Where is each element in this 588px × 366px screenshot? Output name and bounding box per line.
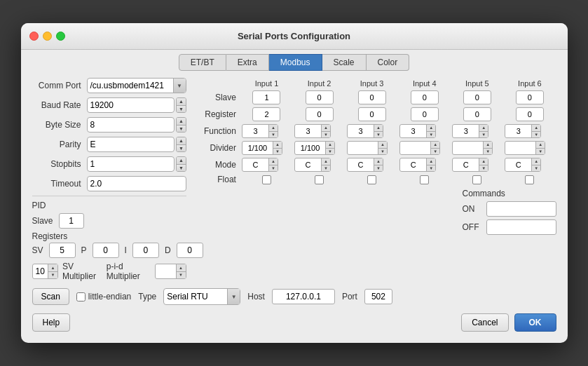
divider-select-1[interactable]: 1/100 ▲ ▼	[242, 141, 282, 155]
host-input[interactable]	[272, 289, 335, 304]
mode-select-6[interactable]: C ▲ ▼	[505, 158, 541, 172]
divider-select-5[interactable]: ▲ ▼	[452, 141, 493, 155]
little-endian-checkbox[interactable]	[76, 292, 86, 301]
function-select-5[interactable]: 3 ▲ ▼	[452, 124, 488, 138]
float-checkbox-5[interactable]	[472, 175, 481, 184]
p-input[interactable]	[93, 243, 119, 258]
function-select-4[interactable]: 3 ▲ ▼	[399, 124, 436, 138]
minimize-button[interactable]	[43, 32, 52, 41]
baud-rate-down[interactable]: ▼	[177, 106, 185, 113]
traffic-lights	[29, 32, 65, 41]
baud-rate-stepper[interactable]: ▲ ▼	[176, 97, 186, 113]
mode-row: Mode C ▲ ▼	[195, 156, 556, 173]
parity-up[interactable]: ▲	[177, 137, 185, 145]
byte-size-stepper[interactable]: ▲ ▼	[176, 117, 186, 133]
ok-button[interactable]: OK	[514, 313, 556, 332]
function-stepper-2: ▲ ▼	[321, 125, 330, 137]
mode-stepper-2: ▲ ▼	[321, 158, 330, 171]
slave-input-2[interactable]	[306, 90, 334, 104]
function-select-3[interactable]: 3 ▲ ▼	[347, 124, 383, 138]
command-off-row: OFF	[463, 219, 556, 235]
footer: Help Cancel OK	[32, 308, 556, 334]
scan-button[interactable]: Scan	[32, 288, 69, 305]
float-checkbox-6[interactable]	[525, 175, 534, 184]
sv-multiplier-label: SV Multiplier	[62, 262, 102, 281]
divider-select-6[interactable]: ▲ ▼	[505, 141, 545, 155]
divider-select-2[interactable]: 1/100 ▲ ▼	[294, 141, 335, 155]
slave-input-5[interactable]	[463, 90, 491, 104]
baud-rate-up[interactable]: ▲	[177, 98, 185, 106]
divider-select-3[interactable]: ▲ ▼	[347, 141, 388, 155]
tab-scale[interactable]: Scale	[322, 54, 367, 71]
float-checkbox-4[interactable]	[420, 175, 429, 184]
mode-select-4[interactable]: C ▲ ▼	[399, 158, 436, 172]
type-select-arrow[interactable]: ▼	[227, 289, 240, 304]
off-input[interactable]	[486, 219, 556, 235]
pid-multiplier-stepper[interactable]: ▲ ▼	[155, 264, 186, 279]
tab-etbt[interactable]: ET/BT	[179, 54, 226, 71]
timeout-field[interactable]	[87, 176, 186, 191]
slave-input-3[interactable]	[358, 90, 386, 104]
type-select[interactable]: Serial RTU ▼	[163, 288, 240, 305]
stopbits-field[interactable]	[87, 156, 175, 172]
slave-input-4[interactable]	[411, 90, 439, 104]
mode-select-3[interactable]: C ▲ ▼	[347, 158, 383, 172]
footer-right: Cancel OK	[461, 313, 556, 332]
float-checkbox-1[interactable]	[262, 175, 271, 184]
slave-input-1[interactable]	[252, 90, 280, 104]
little-endian-label[interactable]: little-endian	[76, 292, 131, 301]
stopbits-down[interactable]: ▼	[177, 165, 185, 172]
byte-size-field[interactable]	[87, 117, 175, 133]
register-input-6[interactable]	[516, 107, 544, 121]
byte-size-down[interactable]: ▼	[177, 126, 185, 133]
maximize-button[interactable]	[56, 32, 65, 41]
pid-slave-input[interactable]	[59, 213, 84, 229]
pid-multiplier-down[interactable]: ▼	[177, 271, 186, 279]
register-input-5[interactable]	[463, 107, 491, 121]
pid-multiplier-label: p-i-d Multiplier	[107, 262, 151, 281]
pid-multiplier-up[interactable]: ▲	[177, 264, 186, 271]
i-input[interactable]	[132, 243, 159, 258]
multiplier-value: 10	[33, 266, 48, 276]
register-input-4[interactable]	[411, 107, 439, 121]
function-select-6[interactable]: 3 ▲ ▼	[505, 124, 541, 138]
multiplier-stepper[interactable]: 10 ▲ ▼	[32, 264, 58, 279]
parity-down[interactable]: ▼	[177, 145, 185, 152]
divider-select-4[interactable]: ▲ ▼	[399, 141, 440, 155]
mode-select-1[interactable]: C ▲ ▼	[242, 158, 278, 172]
mode-select-2[interactable]: C ▲ ▼	[294, 158, 331, 172]
on-input[interactable]	[486, 201, 556, 217]
comm-port-select[interactable]: /cu.usbmodem1421 ▼	[87, 78, 186, 93]
multiplier-down[interactable]: ▼	[48, 271, 57, 279]
main-grid: Comm Port /cu.usbmodem1421 ▼ Baud Rate ▲	[32, 78, 556, 284]
float-checkbox-3[interactable]	[367, 175, 376, 184]
slave-input-6[interactable]	[516, 90, 544, 104]
comm-port-arrow[interactable]: ▼	[173, 79, 186, 93]
help-button[interactable]: Help	[32, 313, 71, 332]
byte-size-up[interactable]: ▲	[177, 118, 185, 126]
parity-field[interactable]	[87, 137, 175, 152]
baud-rate-field[interactable]	[87, 97, 175, 113]
stopbits-stepper[interactable]: ▲ ▼	[176, 156, 186, 172]
function-select-1[interactable]: 3 ▲ ▼	[242, 124, 278, 138]
multiplier-up[interactable]: ▲	[48, 264, 57, 271]
parity-stepper[interactable]: ▲ ▼	[176, 137, 186, 152]
pid-label: PID	[32, 201, 186, 210]
port-input[interactable]	[364, 289, 392, 304]
stopbits-up[interactable]: ▲	[177, 157, 185, 165]
float-checkbox-2[interactable]	[315, 175, 324, 184]
register-input-3[interactable]	[358, 107, 386, 121]
i-label: I	[125, 245, 127, 255]
mode-select-5[interactable]: C ▲ ▼	[452, 158, 488, 172]
titlebar: Serial Ports Configuration	[21, 23, 568, 50]
divider-stepper-5: ▲ ▼	[483, 142, 492, 154]
tab-color[interactable]: Color	[367, 54, 410, 71]
tab-modbus[interactable]: Modbus	[269, 54, 322, 71]
register-input-1[interactable]	[252, 107, 280, 121]
sv-input[interactable]	[49, 243, 76, 258]
cancel-button[interactable]: Cancel	[461, 313, 508, 332]
function-select-2[interactable]: 3 ▲ ▼	[294, 124, 331, 138]
register-input-2[interactable]	[306, 107, 334, 121]
tab-extra[interactable]: Extra	[226, 54, 269, 71]
close-button[interactable]	[29, 32, 39, 41]
